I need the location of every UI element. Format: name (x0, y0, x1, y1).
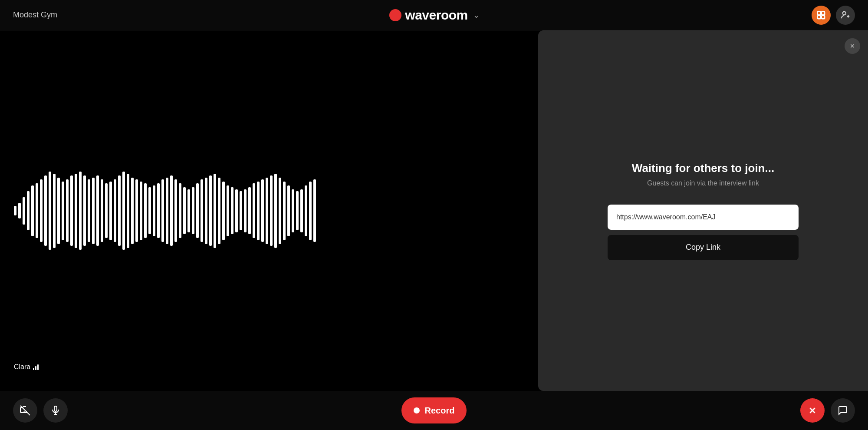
participant-name: Clara (14, 363, 30, 371)
waveform-bar (31, 185, 34, 236)
waveform (14, 167, 316, 254)
waveform-bar (140, 182, 142, 240)
logo-area[interactable]: waveroom ⌄ (389, 8, 479, 23)
waveform-bar (244, 189, 247, 232)
waveform-bar (92, 178, 95, 244)
waveform-bar (131, 178, 134, 244)
waveform-bar (283, 182, 286, 240)
waveform-bar (274, 174, 277, 248)
participant-panel: Clara (0, 30, 330, 391)
modal-subtitle: Guests can join via the interview link (647, 179, 759, 187)
waveform-bar (135, 179, 138, 242)
svg-point-4 (843, 11, 846, 14)
participant-label: Clara (9, 361, 44, 374)
close-modal-button[interactable]: × (845, 38, 860, 54)
waveform-bar (287, 185, 290, 236)
waveform-bar (253, 183, 255, 238)
microphone-toggle-button[interactable] (43, 398, 68, 423)
waveform-bar (118, 175, 121, 246)
waveform-bar (209, 175, 212, 246)
invite-modal: × Waiting for others to join... Guests c… (538, 30, 868, 391)
waveform-bar (144, 183, 147, 238)
waveform-bar (240, 191, 242, 230)
waveform-bar (101, 179, 103, 242)
waveform-bar (305, 185, 307, 236)
waveform-bar (166, 178, 168, 244)
waveform-bar (23, 197, 25, 225)
end-call-button[interactable] (800, 398, 825, 423)
modal-title: Waiting for others to join... (632, 162, 774, 175)
header: Modest Gym waveroom ⌄ (0, 0, 868, 30)
waveform-bar (261, 179, 264, 242)
waveform-bar (227, 185, 229, 236)
waveform-bar (309, 182, 312, 240)
camera-toggle-button[interactable] (13, 398, 37, 423)
invite-link-input[interactable] (608, 205, 799, 230)
waveform-bar (83, 175, 86, 246)
waveform-bar (292, 189, 294, 232)
waveform-bar (27, 191, 30, 230)
waveform-bar (40, 179, 43, 242)
waveform-bar (44, 175, 47, 246)
add-user-button[interactable] (836, 6, 855, 25)
waveform-bar (257, 182, 260, 240)
waveform-bar (127, 174, 129, 248)
waveform-bar (14, 206, 16, 215)
svg-rect-2 (818, 15, 821, 18)
waveform-bar (62, 182, 64, 240)
waveform-bar (49, 172, 51, 250)
waveform-bar (174, 179, 177, 242)
waveform-bar (201, 179, 203, 242)
waveform-bar (196, 183, 199, 238)
chevron-down-icon: ⌄ (473, 10, 480, 20)
bottom-right-controls (800, 398, 855, 423)
audio-level-icon (33, 364, 39, 370)
waveform-bar (153, 185, 155, 236)
record-dot-icon (414, 407, 420, 413)
svg-rect-5 (54, 406, 57, 411)
waveform-bar (88, 179, 90, 242)
waveform-bar (222, 182, 225, 240)
waveform-bar (114, 179, 116, 242)
waveform-bar (205, 178, 207, 244)
waveform-bar (279, 178, 281, 244)
waveform-bar (231, 187, 233, 234)
main-content: Clara × Waiting for others to join... Gu… (0, 30, 868, 391)
waveform-bar (170, 175, 173, 246)
waveform-bar (109, 182, 112, 240)
header-right (812, 6, 855, 25)
waveform-bar (148, 187, 151, 234)
chat-button[interactable] (831, 398, 855, 423)
waveform-bar (18, 203, 21, 218)
record-button[interactable]: Record (401, 397, 467, 423)
waveform-bar (36, 183, 38, 238)
copy-link-button[interactable]: Copy Link (608, 235, 799, 260)
waveform-bar (192, 187, 194, 234)
waveform-bar (313, 179, 316, 242)
waveform-bar (179, 183, 181, 238)
waveform-bar (300, 189, 303, 232)
waveform-bar (75, 174, 77, 248)
waveform-bar (161, 179, 164, 242)
waveform-bar (183, 187, 186, 234)
svg-rect-0 (818, 11, 821, 14)
logo-dot-icon (389, 9, 401, 21)
workspace-name: Modest Gym (13, 10, 57, 20)
bottom-left-controls (13, 398, 68, 423)
user-avatar-button[interactable] (812, 6, 831, 25)
waveform-bar (57, 178, 60, 244)
waveform-bar (270, 175, 273, 246)
waveform-bar (214, 174, 216, 248)
bottom-bar: Record (0, 391, 868, 430)
waveform-bar (157, 183, 160, 238)
waveform-bar (218, 178, 220, 244)
svg-rect-1 (822, 11, 825, 14)
waveform-bar (235, 189, 238, 232)
waveform-bar (105, 183, 108, 238)
waveform-bar (187, 189, 190, 232)
waveform-bar (70, 175, 73, 246)
logo-text: waveroom (405, 8, 467, 23)
waveform-bar (53, 174, 56, 248)
record-label: Record (425, 406, 455, 416)
svg-rect-3 (822, 15, 825, 18)
